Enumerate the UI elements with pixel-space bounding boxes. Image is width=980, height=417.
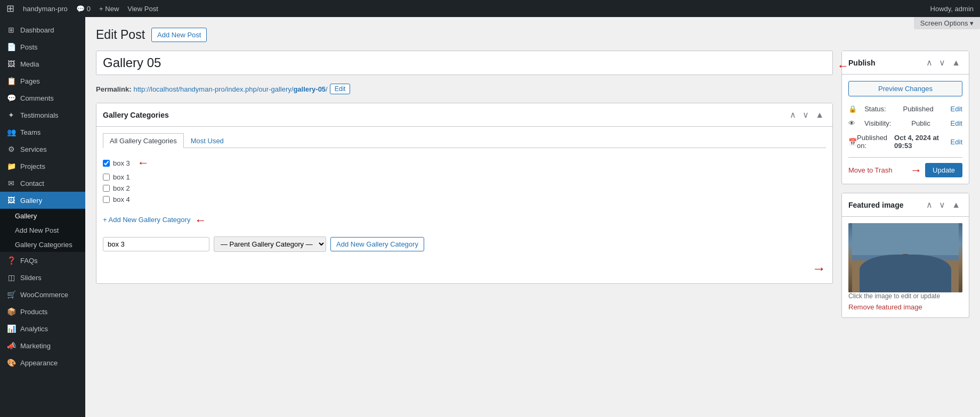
publish-metabox-header: Publish ∧ ∨ ▲ (842, 51, 969, 75)
metabox-toggle-button[interactable]: ▲ (813, 109, 826, 121)
update-button[interactable]: Update (925, 163, 962, 177)
posts-icon: 📄 (6, 43, 16, 51)
list-item: box 1 (103, 171, 826, 183)
update-arrow-annotation: → (910, 163, 922, 177)
sidebar-item-sliders[interactable]: ◫ Sliders (0, 269, 85, 286)
featured-image-preview[interactable] (848, 223, 962, 292)
add-category-submit-button[interactable]: Add New Gallery Category (330, 237, 424, 251)
category-checkbox-box1[interactable] (103, 174, 110, 181)
sidebar-item-dashboard[interactable]: ⊞ Dashboard (0, 21, 85, 38)
publish-body: Preview Changes 🔒 Status: Published Edit… (842, 75, 969, 184)
sidebar-item-comments[interactable]: 💬 Comments (0, 89, 85, 107)
sidebar-item-projects[interactable]: 📁 Projects (0, 158, 85, 175)
published-edit-link[interactable]: Edit (951, 138, 962, 146)
calendar-icon: 📅 (848, 138, 857, 146)
sidebar-item-analytics[interactable]: 📊 Analytics (0, 320, 85, 337)
sidebar-item-faqs[interactable]: ❓ FAQs (0, 252, 85, 269)
sidebar-gallery-submenu: Gallery Add New Post Gallery Categories (0, 209, 85, 252)
svg-point-3 (887, 271, 924, 292)
sidebar-item-teams[interactable]: 👥 Teams (0, 124, 85, 141)
status-icon: 🔒 (848, 105, 857, 113)
sidebar-sub-gallery[interactable]: Gallery (0, 209, 85, 223)
adminbar-new[interactable]: + New (99, 5, 119, 13)
sidebar: ⊞ Dashboard 📄 Posts 🖼 Media 📋 Pages 💬 Co… (0, 17, 85, 417)
right-arrow-annotation: → (812, 260, 826, 277)
sidebar-sub-add-new-post[interactable]: Add New Post (0, 223, 85, 238)
svg-rect-1 (852, 223, 959, 255)
status-value: Published (903, 105, 934, 113)
sidebar-item-marketing[interactable]: 📣 Marketing (0, 337, 85, 354)
visibility-value: Public (911, 119, 930, 127)
add-new-post-button[interactable]: Add New Post (151, 28, 207, 42)
sidebar-item-contact[interactable]: ✉ Contact (0, 175, 85, 192)
publish-collapse-up-button[interactable]: ∧ (924, 56, 935, 69)
sidebar-item-services[interactable]: ⚙ Services (0, 141, 85, 158)
status-edit-link[interactable]: Edit (951, 105, 962, 113)
content-columns: ← Permalink: http://localhost/handyman-p… (96, 51, 969, 326)
title-arrow-annotation: ← (837, 59, 849, 73)
categories-list: box 3 ← box 1 box 2 (103, 154, 826, 205)
sidebar-item-testimonials[interactable]: ✦ Testimonials (0, 107, 85, 124)
featured-image-collapse-up[interactable]: ∧ (924, 199, 935, 211)
page-header: Edit Post Add New Post (96, 28, 969, 42)
post-title-input[interactable] (96, 51, 833, 75)
featured-image-metabox: Featured image ∧ ∨ ▲ (841, 193, 969, 318)
tab-all-gallery-categories[interactable]: All Gallery Categories (103, 133, 184, 148)
permalink-edit-button[interactable]: Edit (330, 84, 351, 94)
wp-logo-icon: ⊞ (6, 3, 14, 14)
svg-point-5 (898, 254, 912, 260)
adminbar-comments[interactable]: 💬 0 (76, 5, 91, 13)
metabox-collapse-up-button[interactable]: ∧ (788, 109, 798, 121)
publish-toggle-button[interactable]: ▲ (950, 57, 962, 69)
projects-icon: 📁 (6, 162, 16, 170)
tab-most-used[interactable]: Most Used (184, 133, 231, 148)
new-category-name-input[interactable] (103, 237, 209, 251)
admin-bar: ⊞ handyman-pro 💬 0 + New View Post Howdy… (0, 0, 980, 17)
svg-point-4 (899, 255, 912, 268)
permalink-link[interactable]: http://localhost/handyman-pro/index.php/… (133, 85, 327, 93)
category-label-box4: box 4 (113, 195, 130, 203)
sidebar-item-posts[interactable]: 📄 Posts (0, 38, 85, 55)
svg-line-6 (881, 274, 892, 282)
permalink-bold: gallery-05 (293, 85, 326, 93)
featured-image-body: Click the image to edit or update Remove… (842, 217, 969, 317)
sidebar-item-products[interactable]: 📦 Products (0, 303, 85, 320)
featured-image-header: Featured image ∧ ∨ ▲ (842, 193, 969, 217)
featured-image-toggle[interactable]: ▲ (950, 199, 962, 211)
publish-title: Publish (848, 59, 876, 67)
contact-icon: ✉ (6, 179, 16, 187)
preview-changes-button[interactable]: Preview Changes (848, 81, 962, 96)
sidebar-sub-gallery-categories[interactable]: Gallery Categories (0, 238, 85, 252)
metabox-body: All Gallery Categories Most Used box 3 ← (96, 127, 832, 283)
featured-image-collapse-down[interactable]: ∨ (937, 199, 947, 211)
adminbar-site-name[interactable]: handyman-pro (23, 5, 68, 13)
featured-image-controls: ∧ ∨ ▲ (924, 199, 962, 211)
screen-options-button[interactable]: Screen Options ▾ (914, 17, 980, 29)
category-checkbox-box4[interactable] (103, 196, 110, 203)
remove-featured-image-link[interactable]: Remove featured image (848, 303, 922, 311)
visibility-edit-link[interactable]: Edit (951, 119, 962, 127)
add-new-category-link[interactable]: + Add New Gallery Category (103, 216, 190, 224)
category-checkbox-box2[interactable] (103, 185, 110, 192)
category-checkbox-box3[interactable] (103, 160, 110, 167)
metabox-collapse-down-button[interactable]: ∨ (800, 109, 811, 121)
sidebar-item-media[interactable]: 🖼 Media (0, 55, 85, 72)
publish-controls: ∧ ∨ ▲ (924, 56, 962, 69)
adminbar-view-post[interactable]: View Post (127, 5, 158, 13)
media-icon: 🖼 (6, 60, 16, 68)
publish-collapse-down-button[interactable]: ∨ (937, 56, 947, 69)
visibility-row: 👁 Visibility: Public Edit (848, 116, 962, 130)
sidebar-column: Publish ∧ ∨ ▲ Preview Changes 🔒 Status: (841, 51, 969, 326)
box3-arrow-annotation: ← (137, 156, 149, 170)
sidebar-item-gallery[interactable]: 🖼 Gallery (0, 192, 85, 209)
metabox-title: Gallery Categories (103, 111, 169, 119)
move-to-trash-link[interactable]: Move to Trash (848, 166, 892, 174)
sidebar-item-appearance[interactable]: 🎨 Appearance (0, 354, 85, 371)
sidebar-item-woocommerce[interactable]: 🛒 WooCommerce (0, 286, 85, 303)
main-content: Edit Post Add New Post ← Permalink: http… (85, 17, 980, 417)
sidebar-item-pages[interactable]: 📋 Pages (0, 72, 85, 89)
dashboard-icon: ⊞ (6, 26, 16, 34)
category-tabs: All Gallery Categories Most Used (103, 133, 826, 148)
publish-metabox: Publish ∧ ∨ ▲ Preview Changes 🔒 Status: (841, 51, 969, 184)
parent-category-select[interactable]: — Parent Gallery Category — box 1 box 2 … (214, 236, 326, 252)
